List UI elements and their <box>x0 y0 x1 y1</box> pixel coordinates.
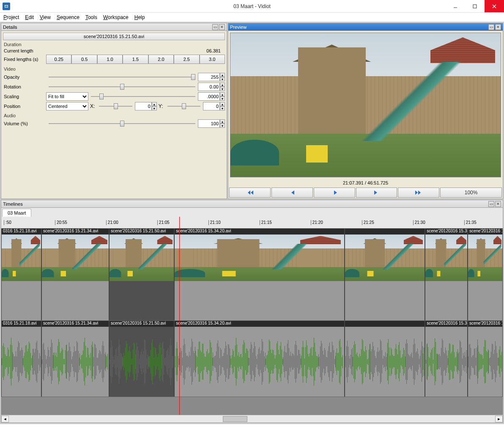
next-frame-button[interactable] <box>356 188 397 198</box>
preview-float-icon[interactable]: ▭ <box>488 24 494 30</box>
play-button[interactable] <box>314 188 355 198</box>
zoom-level[interactable]: 100% <box>440 188 502 198</box>
audio-clip[interactable]: scene'20120316 15.34.36.avi <box>425 321 468 397</box>
svg-rect-4 <box>473 5 477 8</box>
goto-start-button[interactable] <box>229 188 271 198</box>
audio-clip[interactable]: scene'20120316 15.21.34.avi <box>41 321 109 397</box>
video-clip[interactable]: 0316 15.21.18.avi <box>1 229 41 320</box>
video-clip[interactable]: scene'20120316 1 scene'201203 <box>468 229 503 320</box>
menu-tools[interactable]: Tools <box>85 14 97 20</box>
rotation-spin-down[interactable]: ▼ <box>220 87 225 91</box>
scaling-input[interactable] <box>198 92 220 101</box>
opacity-spin-down[interactable]: ▼ <box>220 77 225 81</box>
y-spin-down[interactable]: ▼ <box>220 106 225 110</box>
close-button[interactable] <box>485 0 504 12</box>
timeline-tab[interactable]: 03 Maart <box>2 209 31 217</box>
details-float-icon[interactable]: ▭ <box>212 24 218 30</box>
scroll-left-icon[interactable]: ◄ <box>1 416 9 422</box>
timeline-scrollbar[interactable]: ◄ ► <box>1 415 503 422</box>
scroll-right-icon[interactable]: ► <box>495 416 503 422</box>
current-length-value: 06.381 <box>206 48 225 53</box>
fixed-length-2.5[interactable]: 2.5 <box>174 55 199 64</box>
volume-input[interactable] <box>198 119 220 128</box>
y-input[interactable] <box>203 102 220 110</box>
timeline-ruler[interactable]: :5020:5521:0021:0521:1021:1521:2021:2521… <box>1 217 503 229</box>
video-clip[interactable]: scene'20120316 15.21.34.avi <box>41 229 109 320</box>
preview-viewport[interactable] <box>230 33 501 177</box>
x-spin-down[interactable]: ▼ <box>152 106 157 110</box>
fixed-length-1.0[interactable]: 1.0 <box>97 55 123 64</box>
video-clip[interactable]: scene'20120316 15.21.50.avi <box>109 229 174 320</box>
menu-workspace[interactable]: Workspace <box>103 14 129 20</box>
scaling-spin-up[interactable]: ▲ <box>220 92 225 97</box>
menu-project[interactable]: Project <box>3 14 19 20</box>
preview-title-label: Preview <box>230 25 247 30</box>
app-icon <box>3 3 10 10</box>
rotation-spin-up[interactable]: ▲ <box>220 83 225 87</box>
x-slider[interactable] <box>99 103 132 109</box>
menu-edit[interactable]: Edit <box>25 14 34 20</box>
preview-close-icon[interactable]: ✕ <box>495 24 501 30</box>
timeline-content[interactable]: :5020:5521:0021:0521:1021:1521:2021:2521… <box>1 217 503 415</box>
duration-group-label: Duration <box>3 42 225 47</box>
volume-slider[interactable] <box>49 121 195 127</box>
audio-clip[interactable]: 0316 15.21.18.avi <box>1 321 41 397</box>
scaling-slider[interactable] <box>91 94 195 99</box>
current-length-label: Current length <box>4 48 46 53</box>
fixed-length-0.25[interactable]: 0.25 <box>46 55 71 64</box>
menu-view[interactable]: View <box>40 14 51 20</box>
audio-group-label: Audio <box>3 113 225 118</box>
maximize-button[interactable] <box>465 0 485 12</box>
menu-sequence[interactable]: Sequence <box>57 14 79 20</box>
volume-spin-up[interactable]: ▲ <box>220 119 225 124</box>
rotation-input[interactable] <box>198 83 220 91</box>
video-clip[interactable]: scene'20120316 15.34.36.avi <box>425 229 468 320</box>
fixed-length-3.0[interactable]: 3.0 <box>200 55 225 64</box>
prev-frame-button[interactable] <box>271 188 313 198</box>
video-clip[interactable] <box>345 229 425 320</box>
preview-timecode: 21:07.391 / 46:51.725 <box>228 179 503 187</box>
goto-end-button[interactable] <box>398 188 439 198</box>
playhead[interactable] <box>179 217 180 415</box>
fixed-length-0.5[interactable]: 0.5 <box>71 55 97 64</box>
y-slider[interactable] <box>167 103 200 109</box>
fixed-lengths-label: Fixed lengths (s) <box>4 57 46 62</box>
opacity-slider[interactable] <box>49 74 195 80</box>
audio-clip[interactable]: scene'20120316 15.21.50.avi <box>109 321 174 397</box>
scaling-select[interactable]: Fit to fill <box>46 92 88 101</box>
opacity-input[interactable] <box>198 73 220 81</box>
position-select[interactable]: Centered <box>46 102 88 110</box>
details-panel: Details ▭ ✕ scene'20120316 15.21.50.avi … <box>1 23 227 199</box>
rotation-label: Rotation <box>4 84 46 89</box>
opacity-spin-up[interactable]: ▲ <box>220 73 225 77</box>
timelines-close-icon[interactable]: ✕ <box>495 201 501 207</box>
preview-panel-title: Preview ▭ ✕ <box>228 23 503 31</box>
scaling-label: Scaling <box>4 94 46 99</box>
preview-panel: Preview ▭ ✕ 21:07.391 / 46:51.725 100% <box>228 23 503 199</box>
volume-label: Volume (%) <box>4 121 46 126</box>
position-label: Position <box>4 104 46 109</box>
audio-clip[interactable]: scene'20120316 1 scene'201203 <box>468 321 503 397</box>
audio-track[interactable]: 0316 15.21.18.aviscene'20120316 15.21.34… <box>1 321 503 397</box>
minimize-button[interactable] <box>446 0 465 12</box>
svg-rect-2 <box>5 6 8 7</box>
fixed-length-1.5[interactable]: 1.5 <box>123 55 148 64</box>
y-spin-up[interactable]: ▲ <box>220 102 225 106</box>
x-input[interactable] <box>135 102 152 110</box>
audio-clip[interactable] <box>345 321 425 397</box>
video-clip[interactable]: scene'20120316 15.34.20.avi <box>174 229 345 320</box>
video-track[interactable]: 0316 15.21.18.aviscene'20120316 15.21.34… <box>1 229 503 321</box>
details-close-icon[interactable]: ✕ <box>219 24 225 30</box>
rotation-slider[interactable] <box>49 84 195 90</box>
y-label: Y: <box>159 103 163 109</box>
x-spin-up[interactable]: ▲ <box>152 102 157 106</box>
audio-clip[interactable]: scene'20120316 15.34.20.avi <box>174 321 345 397</box>
volume-spin-down[interactable]: ▼ <box>220 124 225 128</box>
menu-help[interactable]: Help <box>134 14 145 20</box>
timelines-title-label: Timelines <box>3 201 23 207</box>
title-bar: 03 Maart - Vidiot <box>0 0 504 13</box>
scaling-spin-down[interactable]: ▼ <box>220 97 225 101</box>
fixed-length-2.0[interactable]: 2.0 <box>148 55 174 64</box>
details-panel-title: Details ▭ ✕ <box>1 23 227 31</box>
timelines-float-icon[interactable]: ▭ <box>488 201 494 207</box>
